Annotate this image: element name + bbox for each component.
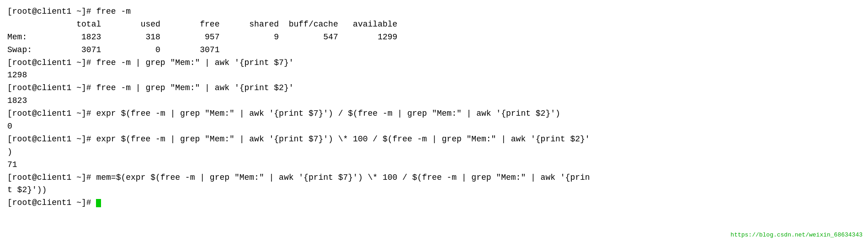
terminal-line: 1823 bbox=[7, 95, 861, 108]
terminal-line: [root@client1 ~]# expr $(free -m | grep … bbox=[7, 133, 861, 146]
watermark: https://blog.csdn.net/weixin_68634343 bbox=[730, 231, 863, 238]
terminal-line: [root@client1 ~]# free -m bbox=[7, 5, 861, 18]
terminal-line: total used free shared buff/cache availa… bbox=[7, 18, 861, 31]
terminal-line: ) bbox=[7, 146, 861, 159]
terminal-line: 0 bbox=[7, 120, 861, 133]
terminal-line: [root@client1 ~]# bbox=[7, 197, 861, 210]
terminal-line: [root@client1 ~]# mem=$(expr $(free -m |… bbox=[7, 172, 861, 184]
terminal-line: [root@client1 ~]# free -m | grep "Mem:" … bbox=[7, 57, 861, 70]
terminal-cursor bbox=[96, 199, 101, 207]
terminal-line: Swap: 3071 0 3071 bbox=[7, 44, 861, 57]
terminal-window: [root@client1 ~]# free -m total used fre… bbox=[0, 0, 868, 242]
terminal-line: [root@client1 ~]# expr $(free -m | grep … bbox=[7, 108, 861, 120]
terminal-line: [root@client1 ~]# free -m | grep "Mem:" … bbox=[7, 82, 861, 95]
terminal-line: Mem: 1823 318 957 9 547 1299 bbox=[7, 31, 861, 44]
terminal-output: [root@client1 ~]# free -m total used fre… bbox=[7, 5, 861, 210]
terminal-line: t $2}')) bbox=[7, 184, 861, 197]
terminal-line: 71 bbox=[7, 159, 861, 172]
terminal-line: 1298 bbox=[7, 69, 861, 82]
